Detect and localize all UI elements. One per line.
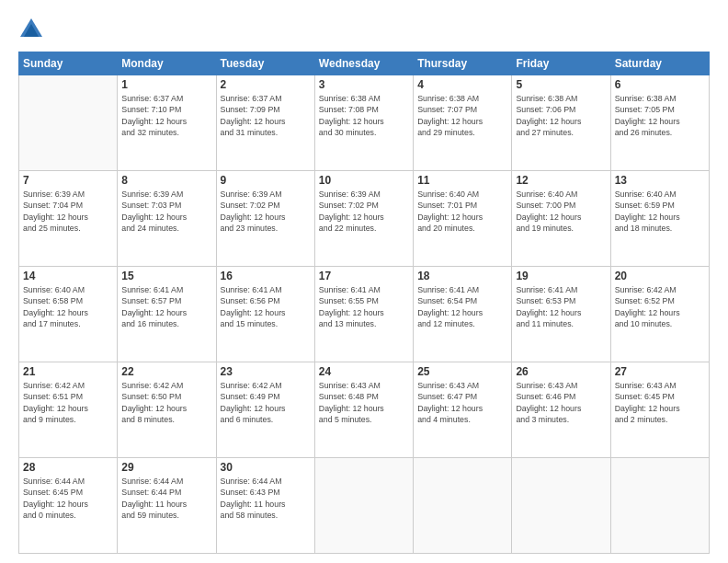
calendar-cell: 4Sunrise: 6:38 AMSunset: 7:07 PMDaylight… <box>414 75 512 171</box>
table-row: 1Sunrise: 6:37 AMSunset: 7:10 PMDaylight… <box>19 75 710 171</box>
day-number: 3 <box>319 78 409 91</box>
day-number: 19 <box>516 270 606 282</box>
day-info: Sunrise: 6:39 AMSunset: 7:03 PMDaylight:… <box>121 189 211 234</box>
calendar-cell: 26Sunrise: 6:43 AMSunset: 6:46 PMDayligh… <box>512 362 610 458</box>
day-info: Sunrise: 6:37 AMSunset: 7:09 PMDaylight:… <box>221 93 311 138</box>
day-info: Sunrise: 6:42 AMSunset: 6:51 PMDaylight:… <box>23 380 113 425</box>
day-info: Sunrise: 6:42 AMSunset: 6:50 PMDaylight:… <box>121 380 211 425</box>
day-number: 29 <box>121 461 211 474</box>
day-number: 8 <box>121 174 211 187</box>
day-number: 22 <box>121 365 211 378</box>
table-row: 14Sunrise: 6:40 AMSunset: 6:58 PMDayligh… <box>19 267 710 362</box>
day-info: Sunrise: 6:41 AMSunset: 6:55 PMDaylight:… <box>319 284 409 329</box>
calendar-cell: 13Sunrise: 6:40 AMSunset: 6:59 PMDayligh… <box>610 171 709 267</box>
weekday-header: Saturday <box>610 52 709 75</box>
calendar-cell: 18Sunrise: 6:41 AMSunset: 6:54 PMDayligh… <box>414 267 512 362</box>
calendar-cell: 25Sunrise: 6:43 AMSunset: 6:47 PMDayligh… <box>414 362 512 458</box>
day-number: 1 <box>121 78 211 91</box>
calendar-cell <box>414 458 512 554</box>
day-number: 6 <box>615 78 705 91</box>
day-number: 21 <box>23 365 113 378</box>
weekday-header: Tuesday <box>216 52 314 75</box>
day-number: 25 <box>417 365 507 378</box>
calendar-cell: 28Sunrise: 6:44 AMSunset: 6:45 PMDayligh… <box>19 458 118 554</box>
table-row: 21Sunrise: 6:42 AMSunset: 6:51 PMDayligh… <box>19 362 710 458</box>
weekday-header-row: SundayMondayTuesdayWednesdayThursdayFrid… <box>19 52 710 75</box>
day-number: 9 <box>221 174 311 187</box>
day-number: 18 <box>417 270 507 282</box>
day-info: Sunrise: 6:39 AMSunset: 7:02 PMDaylight:… <box>319 189 409 234</box>
day-info: Sunrise: 6:43 AMSunset: 6:48 PMDaylight:… <box>319 380 409 425</box>
day-info: Sunrise: 6:40 AMSunset: 6:58 PMDaylight:… <box>23 284 113 329</box>
day-number: 14 <box>23 270 113 282</box>
day-number: 2 <box>221 78 311 91</box>
day-info: Sunrise: 6:38 AMSunset: 7:08 PMDaylight:… <box>319 93 409 138</box>
calendar-cell: 3Sunrise: 6:38 AMSunset: 7:08 PMDaylight… <box>314 75 413 171</box>
day-info: Sunrise: 6:40 AMSunset: 7:01 PMDaylight:… <box>417 189 507 234</box>
day-info: Sunrise: 6:44 AMSunset: 6:44 PMDaylight:… <box>121 476 211 521</box>
day-number: 11 <box>417 174 507 187</box>
day-number: 16 <box>221 270 311 282</box>
calendar-cell: 5Sunrise: 6:38 AMSunset: 7:06 PMDaylight… <box>512 75 610 171</box>
day-number: 24 <box>319 365 409 378</box>
day-number: 12 <box>516 174 606 187</box>
day-number: 13 <box>615 174 705 187</box>
weekday-header: Wednesday <box>314 52 413 75</box>
calendar-cell <box>19 75 118 171</box>
calendar-cell: 19Sunrise: 6:41 AMSunset: 6:53 PMDayligh… <box>512 267 610 362</box>
day-number: 7 <box>23 174 113 187</box>
day-info: Sunrise: 6:38 AMSunset: 7:05 PMDaylight:… <box>615 93 705 138</box>
calendar-cell: 24Sunrise: 6:43 AMSunset: 6:48 PMDayligh… <box>314 362 413 458</box>
header <box>18 17 710 42</box>
calendar-cell: 29Sunrise: 6:44 AMSunset: 6:44 PMDayligh… <box>118 458 216 554</box>
calendar-cell <box>512 458 610 554</box>
table-row: 7Sunrise: 6:39 AMSunset: 7:04 PMDaylight… <box>19 171 710 267</box>
day-info: Sunrise: 6:43 AMSunset: 6:47 PMDaylight:… <box>417 380 507 425</box>
calendar-cell: 11Sunrise: 6:40 AMSunset: 7:01 PMDayligh… <box>414 171 512 267</box>
weekday-header: Thursday <box>414 52 512 75</box>
weekday-header: Monday <box>118 52 216 75</box>
calendar-cell: 23Sunrise: 6:42 AMSunset: 6:49 PMDayligh… <box>216 362 314 458</box>
day-info: Sunrise: 6:41 AMSunset: 6:54 PMDaylight:… <box>417 284 507 329</box>
calendar: SundayMondayTuesdayWednesdayThursdayFrid… <box>18 52 710 554</box>
day-number: 15 <box>121 270 211 282</box>
weekday-header: Friday <box>512 52 610 75</box>
logo <box>18 17 48 42</box>
day-info: Sunrise: 6:41 AMSunset: 6:53 PMDaylight:… <box>516 284 606 329</box>
day-number: 28 <box>23 461 113 474</box>
calendar-cell: 14Sunrise: 6:40 AMSunset: 6:58 PMDayligh… <box>19 267 118 362</box>
day-number: 20 <box>615 270 705 282</box>
day-number: 23 <box>221 365 311 378</box>
calendar-cell: 2Sunrise: 6:37 AMSunset: 7:09 PMDaylight… <box>216 75 314 171</box>
calendar-cell: 17Sunrise: 6:41 AMSunset: 6:55 PMDayligh… <box>314 267 413 362</box>
day-info: Sunrise: 6:44 AMSunset: 6:45 PMDaylight:… <box>23 476 113 521</box>
day-info: Sunrise: 6:41 AMSunset: 6:56 PMDaylight:… <box>221 284 311 329</box>
day-info: Sunrise: 6:41 AMSunset: 6:57 PMDaylight:… <box>121 284 211 329</box>
table-row: 28Sunrise: 6:44 AMSunset: 6:45 PMDayligh… <box>19 458 710 554</box>
day-info: Sunrise: 6:42 AMSunset: 6:49 PMDaylight:… <box>221 380 311 425</box>
calendar-cell: 10Sunrise: 6:39 AMSunset: 7:02 PMDayligh… <box>314 171 413 267</box>
day-info: Sunrise: 6:40 AMSunset: 7:00 PMDaylight:… <box>516 189 606 234</box>
calendar-cell: 20Sunrise: 6:42 AMSunset: 6:52 PMDayligh… <box>610 267 709 362</box>
day-number: 17 <box>319 270 409 282</box>
day-number: 30 <box>221 461 311 474</box>
calendar-cell: 30Sunrise: 6:44 AMSunset: 6:43 PMDayligh… <box>216 458 314 554</box>
day-info: Sunrise: 6:38 AMSunset: 7:06 PMDaylight:… <box>516 93 606 138</box>
calendar-cell: 1Sunrise: 6:37 AMSunset: 7:10 PMDaylight… <box>118 75 216 171</box>
day-info: Sunrise: 6:38 AMSunset: 7:07 PMDaylight:… <box>417 93 507 138</box>
logo-icon <box>18 17 44 42</box>
calendar-cell: 22Sunrise: 6:42 AMSunset: 6:50 PMDayligh… <box>118 362 216 458</box>
day-info: Sunrise: 6:39 AMSunset: 7:04 PMDaylight:… <box>23 189 113 234</box>
calendar-cell: 6Sunrise: 6:38 AMSunset: 7:05 PMDaylight… <box>610 75 709 171</box>
calendar-cell <box>314 458 413 554</box>
calendar-body: 1Sunrise: 6:37 AMSunset: 7:10 PMDaylight… <box>19 75 710 554</box>
calendar-cell: 7Sunrise: 6:39 AMSunset: 7:04 PMDaylight… <box>19 171 118 267</box>
day-info: Sunrise: 6:37 AMSunset: 7:10 PMDaylight:… <box>121 93 211 138</box>
day-number: 5 <box>516 78 606 91</box>
day-info: Sunrise: 6:43 AMSunset: 6:45 PMDaylight:… <box>615 380 705 425</box>
calendar-cell: 8Sunrise: 6:39 AMSunset: 7:03 PMDaylight… <box>118 171 216 267</box>
calendar-cell: 16Sunrise: 6:41 AMSunset: 6:56 PMDayligh… <box>216 267 314 362</box>
day-info: Sunrise: 6:40 AMSunset: 6:59 PMDaylight:… <box>615 189 705 234</box>
day-number: 27 <box>615 365 705 378</box>
day-info: Sunrise: 6:44 AMSunset: 6:43 PMDaylight:… <box>221 476 311 521</box>
